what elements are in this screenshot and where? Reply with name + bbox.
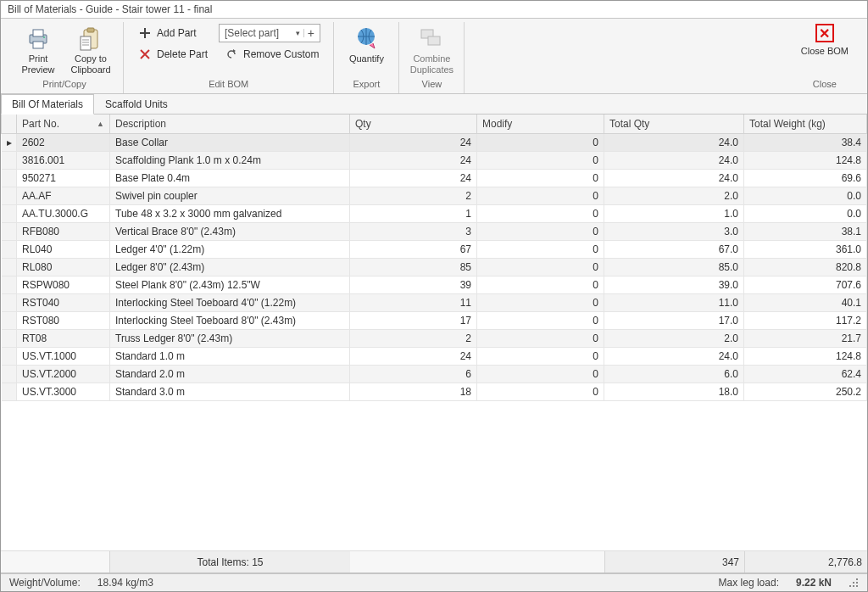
cell-qty[interactable]: 85 <box>350 259 477 276</box>
tab-scaffold-units[interactable]: Scaffold Units <box>94 94 179 114</box>
cell-part-no[interactable]: 950271 <box>17 170 110 187</box>
cell-description[interactable]: Interlocking Steel Toeboard 8'0" (2.43m) <box>110 312 350 330</box>
cell-qty[interactable]: 17 <box>350 312 477 330</box>
cell-total-weight[interactable]: 124.8 <box>744 348 867 366</box>
cell-modify[interactable]: 0 <box>477 152 604 170</box>
cell-qty[interactable]: 24 <box>350 134 477 152</box>
table-row[interactable]: US.VT.2000Standard 2.0 m606.062.4 <box>2 366 867 383</box>
plus-icon[interactable]: + <box>304 26 318 40</box>
combine-duplicates-button[interactable]: Combine Duplicates <box>408 22 455 77</box>
table-row[interactable]: RFB080Vertical Brace 8'0" (2.43m)303.038… <box>2 223 867 241</box>
col-part-no[interactable]: Part No.▲ <box>17 114 110 134</box>
table-row[interactable]: RST040Interlocking Steel Toeboard 4'0" (… <box>2 294 867 312</box>
cell-part-no[interactable]: US.VT.1000 <box>17 348 110 366</box>
cell-modify[interactable]: 0 <box>477 134 604 152</box>
cell-qty[interactable]: 11 <box>350 294 477 312</box>
cell-description[interactable]: Steel Plank 8'0" (2.43m) 12.5"W <box>110 276 350 294</box>
delete-part-button[interactable]: Delete Part <box>132 45 214 64</box>
cell-description[interactable]: Truss Ledger 8'0" (2.43m) <box>110 330 350 348</box>
cell-part-no[interactable]: 3816.001 <box>17 152 110 170</box>
table-row[interactable]: RL040Ledger 4'0" (1.22m)67067.0361.0 <box>2 241 867 259</box>
cell-qty[interactable]: 67 <box>350 241 477 259</box>
cell-total-weight[interactable]: 124.8 <box>744 152 867 170</box>
col-qty[interactable]: Qty <box>350 114 477 134</box>
cell-modify[interactable]: 0 <box>477 348 604 366</box>
table-row[interactable]: US.VT.3000Standard 3.0 m18018.0250.2 <box>2 383 867 401</box>
add-part-button[interactable]: Add Part <box>132 24 214 42</box>
cell-description[interactable]: Standard 2.0 m <box>110 366 350 383</box>
cell-total-weight[interactable]: 820.8 <box>744 259 867 276</box>
cell-description[interactable]: Swivel pin coupler <box>110 187 350 205</box>
cell-total-qty[interactable]: 24.0 <box>604 134 744 152</box>
cell-modify[interactable]: 0 <box>477 330 604 348</box>
cell-total-weight[interactable]: 250.2 <box>744 383 867 401</box>
cell-total-weight[interactable]: 38.4 <box>744 134 867 152</box>
cell-part-no[interactable]: RL080 <box>17 259 110 276</box>
col-total-weight[interactable]: Total Weight (kg) <box>744 114 867 134</box>
cell-description[interactable]: Tube 48 x 3.2 x 3000 mm galvanized <box>110 205 350 223</box>
cell-qty[interactable]: 39 <box>350 276 477 294</box>
cell-total-weight[interactable]: 707.6 <box>744 276 867 294</box>
cell-total-qty[interactable]: 24.0 <box>604 152 744 170</box>
table-row[interactable]: RST080Interlocking Steel Toeboard 8'0" (… <box>2 312 867 330</box>
cell-description[interactable]: Standard 1.0 m <box>110 348 350 366</box>
cell-modify[interactable]: 0 <box>477 366 604 383</box>
cell-modify[interactable]: 0 <box>477 276 604 294</box>
cell-total-weight[interactable]: 62.4 <box>744 366 867 383</box>
table-row[interactable]: RL080Ledger 8'0" (2.43m)85085.0820.8 <box>2 259 867 276</box>
cell-qty[interactable]: 18 <box>350 383 477 401</box>
cell-qty[interactable]: 1 <box>350 205 477 223</box>
cell-qty[interactable]: 3 <box>350 223 477 241</box>
table-row[interactable]: ▸2602Base Collar24024.038.4 <box>2 134 867 152</box>
cell-total-qty[interactable]: 24.0 <box>604 348 744 366</box>
cell-total-qty[interactable]: 3.0 <box>604 223 744 241</box>
cell-total-qty[interactable]: 11.0 <box>604 294 744 312</box>
remove-custom-button[interactable]: Remove Custom <box>219 45 325 64</box>
cell-total-qty[interactable]: 6.0 <box>604 366 744 383</box>
cell-part-no[interactable]: 2602 <box>17 134 110 152</box>
cell-qty[interactable]: 24 <box>350 152 477 170</box>
cell-qty[interactable]: 2 <box>350 330 477 348</box>
cell-part-no[interactable]: RT08 <box>17 330 110 348</box>
cell-total-qty[interactable]: 18.0 <box>604 383 744 401</box>
cell-part-no[interactable]: US.VT.3000 <box>17 383 110 401</box>
cell-total-weight[interactable]: 38.1 <box>744 223 867 241</box>
table-row[interactable]: RT08Truss Ledger 8'0" (2.43m)202.021.7 <box>2 330 867 348</box>
cell-total-weight[interactable]: 21.7 <box>744 330 867 348</box>
cell-total-weight[interactable]: 69.6 <box>744 170 867 187</box>
cell-part-no[interactable]: RST040 <box>17 294 110 312</box>
cell-total-weight[interactable]: 117.2 <box>744 312 867 330</box>
table-row[interactable]: RSPW080Steel Plank 8'0" (2.43m) 12.5"W39… <box>2 276 867 294</box>
cell-modify[interactable]: 0 <box>477 294 604 312</box>
cell-total-qty[interactable]: 24.0 <box>604 170 744 187</box>
quantify-button[interactable]: Quantify <box>342 22 390 67</box>
cell-part-no[interactable]: US.VT.2000 <box>17 366 110 383</box>
col-total-qty[interactable]: Total Qty <box>604 114 744 134</box>
cell-description[interactable]: Base Plate 0.4m <box>110 170 350 187</box>
cell-part-no[interactable]: RST080 <box>17 312 110 330</box>
cell-description[interactable]: Vertical Brace 8'0" (2.43m) <box>110 223 350 241</box>
cell-total-weight[interactable]: 0.0 <box>744 187 867 205</box>
cell-description[interactable]: Interlocking Steel Toeboard 4'0" (1.22m) <box>110 294 350 312</box>
cell-total-weight[interactable]: 361.0 <box>744 241 867 259</box>
cell-total-weight[interactable]: 40.1 <box>744 294 867 312</box>
cell-description[interactable]: Base Collar <box>110 134 350 152</box>
select-part-dropdown[interactable]: [Select part] ▾ + <box>219 24 320 42</box>
cell-description[interactable]: Scaffolding Plank 1.0 m x 0.24m <box>110 152 350 170</box>
cell-modify[interactable]: 0 <box>477 223 604 241</box>
cell-part-no[interactable]: RFB080 <box>17 223 110 241</box>
copy-to-clipboard-button[interactable]: Copy to Clipboard <box>67 22 114 77</box>
cell-total-qty[interactable]: 1.0 <box>604 205 744 223</box>
table-row[interactable]: 950271Base Plate 0.4m24024.069.6 <box>2 170 867 187</box>
cell-qty[interactable]: 2 <box>350 187 477 205</box>
tab-bill-of-materials[interactable]: Bill Of Materials <box>1 94 94 114</box>
cell-modify[interactable]: 0 <box>477 170 604 187</box>
table-row[interactable]: AA.TU.3000.GTube 48 x 3.2 x 3000 mm galv… <box>2 205 867 223</box>
cell-description[interactable]: Ledger 8'0" (2.43m) <box>110 259 350 276</box>
table-row[interactable]: AA.AFSwivel pin coupler202.00.0 <box>2 187 867 205</box>
col-modify[interactable]: Modify <box>477 114 604 134</box>
cell-modify[interactable]: 0 <box>477 187 604 205</box>
cell-qty[interactable]: 24 <box>350 170 477 187</box>
table-row[interactable]: US.VT.1000Standard 1.0 m24024.0124.8 <box>2 348 867 366</box>
print-preview-button[interactable]: Print Preview <box>14 22 62 77</box>
